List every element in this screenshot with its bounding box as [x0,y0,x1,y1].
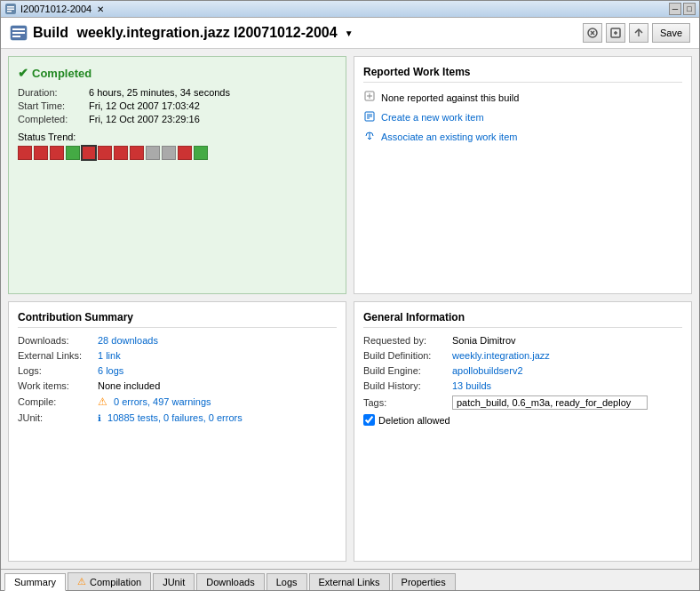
titlebar-right: ─ □ [669,3,696,15]
general-panel: General Information Requested by: Sonia … [354,301,692,562]
status-label: Completed [32,67,91,80]
tab-downloads-label: Downloads [206,577,254,587]
work-items-contrib-row: Work items: None included [18,380,337,391]
tab-downloads[interactable]: Downloads [196,573,264,590]
svg-rect-7 [12,36,20,37]
tab-external-links-label: External Links [319,577,380,587]
requested-row: Requested by: Sonia Dimitrov [363,335,682,346]
trend-box-5 [98,146,112,160]
wi-none-icon [363,90,376,105]
trend-box-3 [66,146,80,160]
maximize-button[interactable]: □ [683,3,696,15]
toolbar-btn-2[interactable] [606,23,625,43]
junit-row: JUnit: ℹ 10885 tests, 0 failures, 0 erro… [18,412,337,423]
completed-label: Completed: [18,114,89,124]
contribution-title: Contribution Summary [18,311,337,328]
trend-box-7 [130,146,144,160]
junit-link[interactable]: 10885 tests, 0 failures, 0 errors [107,412,243,423]
contribution-panel: Contribution Summary Downloads: 28 downl… [8,301,346,562]
tab-junit-label: JUnit [163,577,185,587]
trend-box-1 [34,146,48,160]
header: Build weekly.integration.jazz I20071012-… [1,18,699,49]
header-dropdown-arrow[interactable]: ▼ [345,28,354,38]
junit-value: ℹ 10885 tests, 0 failures, 0 errors [98,412,243,423]
build-engine-row: Build Engine: apollobuildserv2 [363,365,682,376]
toolbar-btn-1[interactable] [583,23,602,43]
tab-summary[interactable]: Summary [4,573,66,591]
save-button[interactable]: Save [652,23,690,43]
svg-rect-5 [12,28,25,30]
compile-link[interactable]: 0 errors, 497 warnings [114,396,211,407]
build-history-row: Build History: 13 builds [363,380,682,391]
downloads-link[interactable]: 28 downloads [98,335,158,346]
tab-external-links[interactable]: External Links [309,573,390,590]
logs-link[interactable]: 6 logs [98,365,123,376]
tab-junit[interactable]: JUnit [153,573,195,590]
trend-box-0 [18,146,32,160]
tab-summary-label: Summary [14,577,56,587]
svg-rect-3 [7,11,12,12]
header-build-icon [10,24,28,42]
compile-label: Compile: [18,396,98,407]
wi-associate-link[interactable]: Associate an existing work item [381,132,517,142]
requested-label: Requested by: [363,335,452,346]
wi-associate-svg [363,130,376,142]
tags-input[interactable] [452,395,648,410]
wi-none-text: None reported against this build [381,92,519,103]
work-items-contrib-value: None included [98,380,160,391]
junit-label: JUnit: [18,412,98,423]
logs-value: 6 logs [98,365,123,376]
completed-row: Completed: Fri, 12 Oct 2007 23:29:16 [18,114,337,124]
trend-box-10 [178,146,192,160]
deletion-checkbox[interactable] [363,414,375,426]
svg-rect-6 [12,32,25,34]
toolbar-icon-2 [609,27,622,39]
duration-label: Duration: [18,87,89,98]
build-def-link[interactable]: weekly.integration.jazz [452,350,550,361]
start-row: Start Time: Fri, 12 Oct 2007 17:03:42 [18,100,337,111]
general-title: General Information [363,311,682,328]
titlebar-left: I20071012-2004 ✕ [4,3,104,15]
work-items-title: Reported Work Items [363,66,682,83]
wi-none-row: None reported against this build [363,90,682,105]
header-actions: Save [583,23,690,43]
toolbar-icon-3 [632,27,645,39]
window-titlebar: I20071012-2004 ✕ ─ □ [1,1,699,18]
deletion-label: Deletion allowed [378,415,450,426]
build-engine-value: apollobuildserv2 [452,365,523,376]
wi-create-row: Create a new work item [363,110,682,124]
build-engine-link[interactable]: apollobuildserv2 [452,365,523,376]
trend-boxes [18,146,337,160]
work-items-contrib-label: Work items: [18,380,98,391]
close-icon[interactable]: ✕ [97,4,104,14]
completed-value: Fri, 12 Oct 2007 23:29:16 [89,114,200,124]
status-completed: ✔ Completed [18,66,337,80]
external-links-row: External Links: 1 link [18,350,337,361]
main-window: I20071012-2004 ✕ ─ □ Build weekly.integr… [0,0,700,591]
wi-associate-row: Associate an existing work item [363,130,682,144]
downloads-value: 28 downloads [98,335,158,346]
trend-box-4 [82,146,96,160]
tab-properties[interactable]: Properties [392,573,456,590]
duration-row: Duration: 6 hours, 25 minutes, 34 second… [18,87,337,98]
toolbar-btn-3[interactable] [629,23,648,43]
window-tab-title: I20071012-2004 [20,4,91,14]
tab-compilation[interactable]: ⚠ Compilation [68,572,151,590]
compilation-warning-icon: ⚠ [77,576,86,587]
start-value: Fri, 12 Oct 2007 17:03:42 [89,100,200,111]
wi-create-link[interactable]: Create a new work item [381,112,484,123]
start-label: Start Time: [18,100,89,111]
bottom-tabs: Summary ⚠ Compilation JUnit Downloads Lo… [1,569,699,590]
trend-box-11 [194,146,208,160]
build-history-link[interactable]: 13 builds [452,380,491,391]
tab-logs[interactable]: Logs [266,573,307,590]
header-title-text: Build weekly.integration.jazz I20071012-… [33,25,338,41]
minimize-button[interactable]: ─ [669,3,681,15]
compile-value: ⚠ 0 errors, 497 warnings [98,395,211,408]
trend-box-6 [114,146,128,160]
build-history-label: Build History: [363,380,452,391]
trend-box-8 [146,146,160,160]
external-links-link[interactable]: 1 link [98,350,121,361]
tags-value [452,395,648,410]
tab-properties-label: Properties [402,577,446,587]
